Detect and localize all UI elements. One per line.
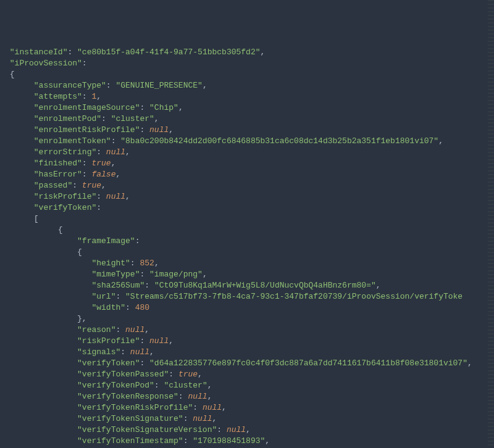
json-viewer: "instanceId": "ce80b15f-a04f-41f4-9a77-5… xyxy=(5,47,489,448)
